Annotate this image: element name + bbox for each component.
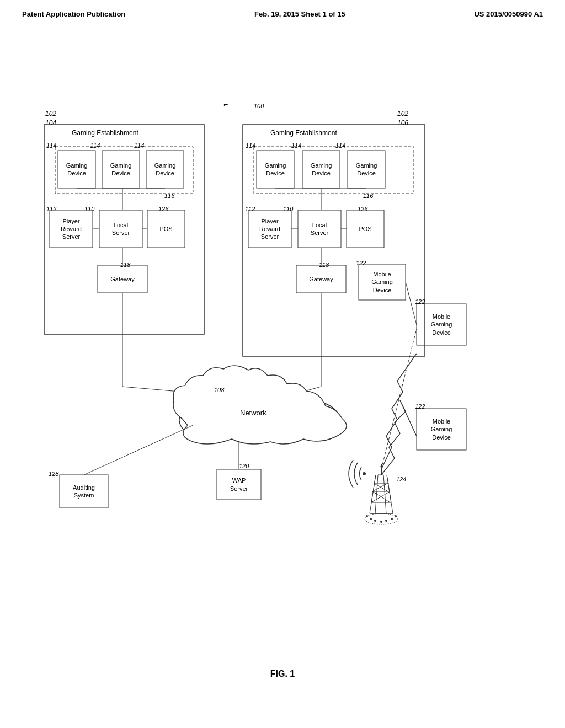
label-122a: 122 bbox=[415, 298, 425, 305]
svg-line-55 bbox=[372, 491, 390, 502]
header-middle: Feb. 19, 2015 Sheet 1 of 15 bbox=[254, 10, 345, 18]
mobile-gaming-device-lower: MobileGamingDevice bbox=[417, 409, 466, 450]
label-114-2a: 114 bbox=[90, 142, 100, 149]
gaming-device-2-right: GamingDevice bbox=[302, 151, 340, 188]
svg-point-33 bbox=[279, 400, 339, 439]
svg-line-53 bbox=[387, 475, 393, 513]
svg-line-44 bbox=[84, 425, 193, 475]
svg-line-54 bbox=[371, 491, 390, 502]
svg-marker-45 bbox=[375, 475, 386, 513]
mobile-gaming-device-inside: MobileGamingDevice bbox=[359, 264, 406, 300]
svg-point-66 bbox=[391, 518, 393, 520]
svg-point-60 bbox=[365, 513, 398, 524]
player-reward-server-left: PlayerRewardServer bbox=[50, 210, 93, 248]
label-128: 128 bbox=[49, 470, 58, 477]
diagram-svg bbox=[0, 23, 565, 695]
svg-point-65 bbox=[385, 520, 387, 522]
svg-point-64 bbox=[380, 521, 382, 523]
label-100: 100 bbox=[254, 103, 264, 109]
svg-point-32 bbox=[179, 400, 240, 439]
wap-server: WAPServer bbox=[217, 469, 261, 500]
label-102b: 102 bbox=[397, 110, 408, 117]
label-104: 104 bbox=[45, 119, 56, 127]
svg-point-40 bbox=[266, 390, 319, 421]
label-116b: 116 bbox=[363, 192, 373, 199]
svg-point-62 bbox=[370, 518, 372, 520]
fig-label: FIG. 1 bbox=[0, 669, 565, 679]
auditing-system: AuditingSystem bbox=[60, 475, 108, 508]
svg-line-51 bbox=[370, 475, 376, 513]
svg-point-61 bbox=[366, 515, 368, 517]
label-122b: 122 bbox=[415, 403, 425, 410]
mobile-gaming-device-upper: MobileGamingDevice bbox=[417, 304, 466, 345]
bracket-100: ⌐ bbox=[223, 100, 228, 109]
diagram: 100 102 102 104 106 Gaming Establishment… bbox=[0, 23, 565, 695]
label-124: 124 bbox=[396, 476, 406, 483]
svg-line-56 bbox=[372, 483, 388, 491]
svg-point-68 bbox=[363, 472, 366, 475]
svg-point-34 bbox=[210, 389, 265, 422]
svg-line-50 bbox=[371, 475, 376, 502]
svg-line-57 bbox=[374, 483, 388, 491]
label-114-3b: 114 bbox=[335, 142, 345, 149]
label-114-1b: 114 bbox=[246, 142, 255, 149]
svg-line-30 bbox=[281, 387, 321, 398]
gaming-device-3-left: GamingDevice bbox=[146, 151, 184, 188]
svg-line-52 bbox=[387, 475, 391, 502]
gaming-estab-left-label: Gaming Establishment bbox=[72, 129, 138, 137]
svg-point-38 bbox=[280, 402, 338, 438]
label-116a: 116 bbox=[164, 192, 174, 199]
gaming-device-1-left: GamingDevice bbox=[58, 151, 95, 188]
label-114-3a: 114 bbox=[134, 142, 144, 149]
header-left: Patent Application Publication bbox=[22, 10, 125, 18]
gaming-device-1-right: GamingDevice bbox=[257, 151, 294, 188]
svg-point-37 bbox=[180, 402, 239, 438]
svg-point-35 bbox=[265, 389, 320, 422]
player-reward-server-right: PlayerRewardServer bbox=[248, 210, 291, 248]
label-108: 108 bbox=[214, 387, 224, 393]
pos-left: POS bbox=[147, 210, 185, 248]
gaming-device-2-left: GamingDevice bbox=[102, 151, 140, 188]
svg-point-63 bbox=[374, 520, 376, 522]
label-106: 106 bbox=[397, 119, 408, 127]
header: Patent Application Publication Feb. 19, … bbox=[0, 0, 565, 23]
label-114-1a: 114 bbox=[46, 142, 56, 149]
svg-point-67 bbox=[395, 515, 397, 517]
header-right: US 2015/0050990 A1 bbox=[474, 10, 543, 18]
label-114-2b: 114 bbox=[291, 142, 301, 149]
gateway-left: Gateway bbox=[98, 265, 147, 293]
gateway-right: Gateway bbox=[296, 265, 346, 293]
svg-line-71 bbox=[381, 329, 417, 469]
network-label: Network bbox=[240, 409, 266, 417]
pos-right: POS bbox=[347, 210, 384, 248]
local-server-left: LocalServer bbox=[99, 210, 142, 248]
label-102a: 102 bbox=[45, 110, 56, 117]
page: Patent Application Publication Feb. 19, … bbox=[0, 0, 565, 728]
svg-line-28 bbox=[122, 387, 248, 398]
local-server-right: LocalServer bbox=[298, 210, 341, 248]
gaming-estab-right-label: Gaming Establishment bbox=[270, 129, 337, 137]
label-120: 120 bbox=[239, 463, 249, 469]
gaming-device-3-right: GamingDevice bbox=[348, 151, 385, 188]
